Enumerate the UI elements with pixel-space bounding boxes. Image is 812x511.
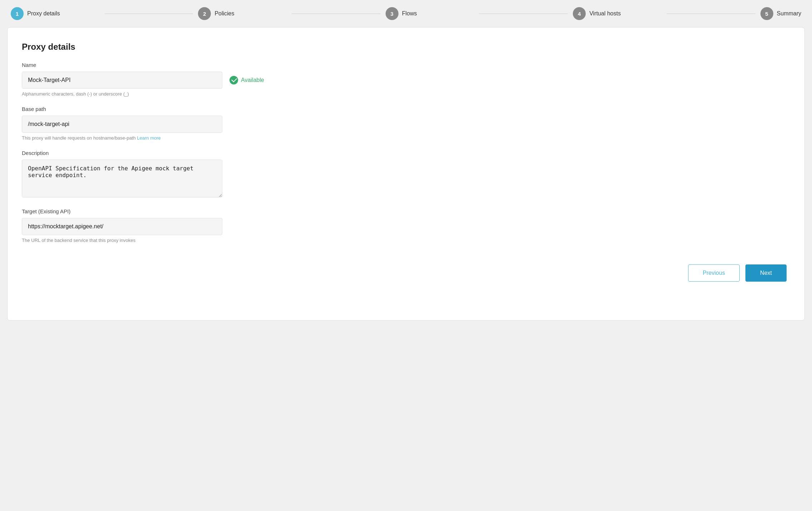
step-1-label: Proxy details xyxy=(27,10,60,17)
previous-button[interactable]: Previous xyxy=(688,264,740,282)
target-input[interactable] xyxy=(22,218,222,235)
step-2-label: Policies xyxy=(214,10,234,17)
name-row: Available xyxy=(22,72,787,89)
page-title: Proxy details xyxy=(22,42,787,52)
target-hint: The URL of the backend service that this… xyxy=(22,238,787,243)
step-2-number: 2 xyxy=(203,11,206,17)
step-5-label: Summary xyxy=(777,10,801,17)
step-3-circle: 3 xyxy=(386,7,398,20)
step-2: 2 Policies xyxy=(198,7,287,20)
step-3-number: 3 xyxy=(391,11,393,17)
stepper: 1 Proxy details 2 Policies 3 Flows 4 Vir… xyxy=(7,7,805,20)
availability-label: Available xyxy=(241,77,264,83)
step-5: 5 Summary xyxy=(760,7,801,20)
step-line-1-2 xyxy=(105,14,193,14)
step-4-label: Virtual hosts xyxy=(589,10,621,17)
step-2-circle: 2 xyxy=(198,7,211,20)
base-path-label: Base path xyxy=(22,106,787,112)
base-path-section: Base path This proxy will handle request… xyxy=(22,106,787,141)
step-4-number: 4 xyxy=(578,11,581,17)
next-button[interactable]: Next xyxy=(745,264,787,282)
step-1: 1 Proxy details xyxy=(11,7,100,20)
description-label: Description xyxy=(22,150,787,156)
step-5-circle: 5 xyxy=(760,7,773,20)
name-label: Name xyxy=(22,62,787,68)
base-path-input[interactable] xyxy=(22,116,222,133)
target-label: Target (Existing API) xyxy=(22,208,787,214)
step-line-2-3 xyxy=(292,14,381,14)
availability-badge: Available xyxy=(229,76,264,84)
step-5-number: 5 xyxy=(765,11,768,17)
name-input[interactable] xyxy=(22,72,222,89)
name-hint: Alphanumeric characters, dash (-) or und… xyxy=(22,91,787,97)
step-line-4-5 xyxy=(667,14,755,14)
step-4-circle: 4 xyxy=(573,7,586,20)
available-check-icon xyxy=(229,76,238,84)
step-4: 4 Virtual hosts xyxy=(573,7,662,20)
proxy-details-card: Proxy details Name Available Alphanumeri… xyxy=(7,27,805,321)
learn-more-link[interactable]: Learn more xyxy=(137,135,161,141)
card-footer: Previous Next xyxy=(22,264,787,282)
description-input[interactable] xyxy=(22,160,222,198)
step-3: 3 Flows xyxy=(386,7,474,20)
step-3-label: Flows xyxy=(402,10,417,17)
step-line-3-4 xyxy=(479,14,568,14)
name-section: Name Available Alphanumeric characters, … xyxy=(22,62,787,97)
target-section: Target (Existing API) The URL of the bac… xyxy=(22,208,787,243)
base-path-hint-text: This proxy will handle requests on hostn… xyxy=(22,135,136,141)
step-1-circle: 1 xyxy=(11,7,24,20)
base-path-hint: This proxy will handle requests on hostn… xyxy=(22,135,787,141)
step-1-number: 1 xyxy=(16,11,19,17)
description-section: Description xyxy=(22,150,787,199)
